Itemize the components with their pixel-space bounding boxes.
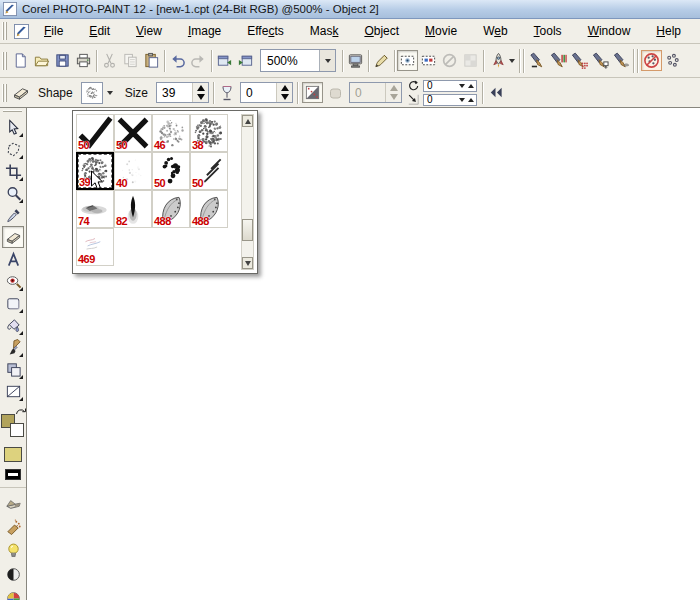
brush-shape-number: 40 <box>116 178 127 189</box>
brush-shape-tile[interactable]: 50 <box>76 114 114 152</box>
show-mask-marquee-button[interactable] <box>397 50 418 71</box>
export-button[interactable] <box>235 50 256 71</box>
undo-button[interactable] <box>167 50 188 71</box>
import-button[interactable] <box>214 50 235 71</box>
overflow-chevrons-button[interactable] <box>485 82 506 103</box>
background-color-swatch[interactable] <box>10 423 24 437</box>
menu-item-movie[interactable]: Movie <box>413 22 469 40</box>
flatten-icon <box>407 93 420 106</box>
shape-nib-dropdown[interactable] <box>81 82 117 104</box>
paint-color-swatch[interactable] <box>4 447 22 462</box>
brush-color-button[interactable] <box>548 50 569 71</box>
brush-nib-button[interactable] <box>590 50 611 71</box>
tool-rectangle[interactable] <box>2 292 24 314</box>
save-button[interactable] <box>52 50 73 71</box>
shape-cursor-button[interactable] <box>371 50 392 71</box>
flatten-input[interactable] <box>424 94 457 105</box>
brush-shape-tile[interactable]: 40 <box>114 152 152 190</box>
tool-object-transparency[interactable] <box>2 358 24 380</box>
reset-colors-swatch[interactable] <box>5 469 21 480</box>
document-window-icon[interactable] <box>12 22 30 40</box>
brush-stroke-button[interactable] <box>527 50 548 71</box>
tool-image-slicing[interactable] <box>2 380 24 402</box>
menu-item-object[interactable]: Object <box>352 22 411 40</box>
tool-touch-up-brush[interactable] <box>2 270 24 292</box>
brush-shape-tile[interactable]: 82 <box>114 190 152 228</box>
menu-item-view[interactable]: View <box>124 22 174 40</box>
brush-shape-tile[interactable]: 50 <box>114 114 152 152</box>
tool-object-pick[interactable] <box>2 116 24 138</box>
brush-shape-tile[interactable]: 38 <box>190 114 228 152</box>
menu-item-edit[interactable]: Edit <box>77 22 122 40</box>
tool-effect-paint[interactable] <box>2 491 24 513</box>
toolbar-grip[interactable] <box>2 52 7 70</box>
no-orbits-button[interactable] <box>641 50 662 71</box>
brush-shape-tile-selected[interactable]: 39 <box>76 152 114 190</box>
transparency-input[interactable] <box>241 83 276 102</box>
show-object-marquee-button[interactable] <box>418 50 439 71</box>
open-button[interactable] <box>31 50 52 71</box>
scroll-down-button[interactable] <box>242 257 253 269</box>
zoom-level-combo[interactable]: 500% <box>260 49 336 72</box>
palette-scrollbar[interactable] <box>241 114 254 270</box>
brush-shape-tile[interactable]: 488 <box>152 190 190 228</box>
effect-tools-group <box>0 487 26 600</box>
copy-button <box>120 50 141 71</box>
print-button[interactable] <box>73 50 94 71</box>
paste-button[interactable] <box>141 50 162 71</box>
full-screen-preview-button[interactable] <box>345 50 366 71</box>
tool-hue[interactable] <box>2 587 24 600</box>
feather-icon <box>325 82 347 104</box>
tool-crop[interactable] <box>2 160 24 182</box>
tool-eraser[interactable] <box>2 226 24 248</box>
brush-texture-button[interactable] <box>611 50 632 71</box>
menu-item-mask[interactable]: Mask <box>298 22 351 40</box>
tool-text[interactable] <box>2 248 24 270</box>
menu-item-help[interactable]: Help <box>644 22 693 40</box>
flatten-spinner[interactable] <box>459 98 474 102</box>
application-launcher-button[interactable] <box>486 50 518 71</box>
toolbox-grip[interactable] <box>3 110 22 114</box>
toolbar-grip[interactable] <box>2 84 7 102</box>
chevron-down-icon[interactable] <box>103 82 117 104</box>
brush-dab-button[interactable] <box>569 50 590 71</box>
scroll-up-button[interactable] <box>242 115 253 127</box>
tool-mask[interactable] <box>2 138 24 160</box>
chevron-down-icon[interactable] <box>319 50 335 71</box>
brush-shape-tile[interactable]: 469 <box>76 228 114 266</box>
group-separator <box>632 49 641 73</box>
rotate-input[interactable] <box>424 80 457 91</box>
tool-zoom[interactable] <box>2 182 24 204</box>
menu-item-effects[interactable]: Effects <box>235 22 295 40</box>
menu-item-file[interactable]: File <box>32 22 75 40</box>
tool-eyedropper[interactable] <box>2 204 24 226</box>
brush-shape-number: 46 <box>154 140 165 151</box>
tool-paint[interactable] <box>2 336 24 358</box>
orbits-button[interactable] <box>662 50 683 71</box>
anti-alias-button[interactable] <box>302 82 323 103</box>
tool-contrast[interactable] <box>2 563 24 585</box>
size-input[interactable] <box>157 83 192 102</box>
brush-shape-tile[interactable]: 46 <box>152 114 190 152</box>
brush-shape-tile[interactable]: 50 <box>190 152 228 190</box>
tool-brightness[interactable] <box>2 539 24 561</box>
size-label: Size <box>125 86 148 100</box>
new-document-button[interactable] <box>10 50 31 71</box>
swap-colors-icon[interactable] <box>14 407 27 419</box>
brush-shape-tile[interactable]: 488 <box>190 190 228 228</box>
tool-image-sprayer[interactable] <box>2 515 24 537</box>
tool-fill[interactable] <box>2 314 24 336</box>
brush-shape-tile[interactable]: 50 <box>152 152 190 190</box>
brush-shape-tile[interactable]: 74 <box>76 190 114 228</box>
workspace: 50504638394050507482488488469 <box>0 108 700 600</box>
toolbar-grip[interactable] <box>2 22 7 40</box>
transparency-spinner[interactable] <box>276 83 292 102</box>
menu-item-image[interactable]: Image <box>176 22 233 40</box>
menu-item-window[interactable]: Window <box>576 22 643 40</box>
rotate-spinner[interactable] <box>459 84 474 88</box>
size-spinner[interactable] <box>192 83 208 102</box>
menu-item-tools[interactable]: Tools <box>522 22 574 40</box>
menu-item-web[interactable]: Web <box>471 22 519 40</box>
chevron-down-icon[interactable] <box>509 59 515 66</box>
scroll-thumb[interactable] <box>242 219 253 241</box>
